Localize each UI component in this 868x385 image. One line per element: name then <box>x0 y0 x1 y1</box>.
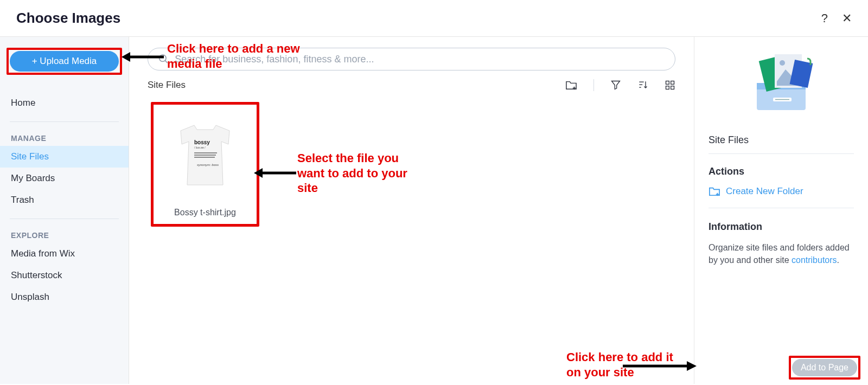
search-icon <box>158 53 169 65</box>
file-thumbnail: bossy / bos.ee / synonym: boss <box>158 109 252 201</box>
panel-illustration <box>709 48 854 113</box>
information-text: Organize site files and folders added by… <box>709 241 854 266</box>
svg-rect-10 <box>671 86 674 89</box>
annotation-highlight-add: Add to Page <box>789 356 860 380</box>
upload-media-button[interactable]: + Upload Media <box>10 51 119 72</box>
sidebar-item-my-boards[interactable]: My Boards <box>0 168 129 189</box>
sidebar-section-explore: EXPLORE <box>0 227 129 243</box>
svg-rect-8 <box>671 81 674 85</box>
divider <box>10 219 119 219</box>
grid-view-icon[interactable] <box>665 80 675 91</box>
sort-icon[interactable] <box>637 80 648 91</box>
sidebar-item-shutterstock[interactable]: Shutterstock <box>0 265 129 286</box>
sidebar-item-unsplash[interactable]: Unsplash <box>0 286 129 308</box>
divider <box>10 121 119 122</box>
svg-rect-15 <box>194 157 215 158</box>
annotation-text: Click here to add it on your site <box>566 350 683 380</box>
add-to-page-button[interactable]: Add to Page <box>792 359 857 376</box>
new-folder-icon[interactable] <box>565 80 577 91</box>
svg-point-26 <box>780 60 785 66</box>
filter-icon[interactable] <box>610 80 621 91</box>
new-folder-icon <box>709 186 720 197</box>
svg-rect-9 <box>666 86 669 89</box>
create-new-folder-label: Create New Folder <box>726 186 803 197</box>
divider <box>593 79 594 91</box>
svg-rect-7 <box>666 81 669 85</box>
svg-point-0 <box>159 55 166 61</box>
svg-text:synonym: boss: synonym: boss <box>197 163 219 166</box>
create-new-folder-action[interactable]: Create New Folder <box>709 186 854 208</box>
annotation-highlight-upload: + Upload Media <box>7 48 122 75</box>
svg-rect-13 <box>194 152 217 153</box>
sidebar-item-trash[interactable]: Trash <box>0 189 129 211</box>
sidebar: + Upload Media Home MANAGE Site Files My… <box>0 37 129 384</box>
svg-text:bossy: bossy <box>194 139 210 145</box>
sidebar-item-media-from-wix[interactable]: Media from Wix <box>0 243 129 265</box>
contributors-link[interactable]: contributors <box>792 255 837 265</box>
dialog-header: Choose Images ? ✕ <box>0 0 868 37</box>
search-input[interactable] <box>175 54 665 65</box>
close-icon[interactable]: ✕ <box>842 11 852 25</box>
svg-text:/ bos.ee /: / bos.ee / <box>194 146 206 149</box>
sidebar-section-manage: MANAGE <box>0 130 129 146</box>
search-box[interactable] <box>148 48 675 70</box>
sidebar-item-site-files[interactable]: Site Files <box>0 146 129 168</box>
main-content: Site Files bossy / bos.ee / <box>129 37 694 384</box>
panel-title: Site Files <box>709 134 854 154</box>
actions-heading: Actions <box>709 166 854 177</box>
svg-line-1 <box>165 61 167 63</box>
svg-rect-14 <box>194 155 216 156</box>
breadcrumb: Site Files <box>148 80 186 91</box>
dialog-title: Choose Images <box>16 10 120 27</box>
details-panel: Site Files Actions Create New Folder Inf… <box>694 37 868 384</box>
sidebar-item-home[interactable]: Home <box>0 92 129 114</box>
file-item[interactable]: bossy / bos.ee / synonym: boss Bossy t-s… <box>151 102 259 227</box>
help-icon[interactable]: ? <box>821 11 828 25</box>
information-heading: Information <box>709 221 854 233</box>
file-name-label: Bossy t-shirt.jpg <box>158 208 252 217</box>
